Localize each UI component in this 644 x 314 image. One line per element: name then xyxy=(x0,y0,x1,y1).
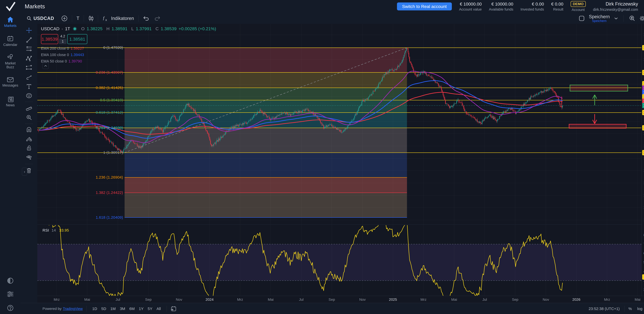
range-button-1d[interactable]: 1D xyxy=(90,305,99,312)
indicators-button[interactable]: fx Indikatoren xyxy=(102,15,134,21)
legend-interval: 1T xyxy=(65,26,70,31)
price-badge: 1.34930 xyxy=(642,125,644,131)
time-axis-label: Jul xyxy=(116,298,120,302)
sidebar-item-markets[interactable]: Markets xyxy=(0,16,20,28)
sidebar-item-news[interactable]: News xyxy=(0,96,20,107)
chart-plot-area[interactable]: USDCAD · 1T O1.38225 H1.38591 L1.37991 C… xyxy=(37,24,642,296)
time-axis-label: Sep xyxy=(512,298,518,302)
price-tick: 1.28000 xyxy=(644,168,644,172)
pane-divider[interactable] xyxy=(37,224,644,225)
price-tick: 1.46000 xyxy=(644,57,644,61)
bottom-bar: Powered by TradingView 1D5D1M3M6M1Y5YAll… xyxy=(20,303,644,314)
price-badge: 1.30917 xyxy=(642,150,644,155)
chart-type-button[interactable] xyxy=(88,15,94,21)
undo-icon[interactable] xyxy=(143,16,149,21)
log-scale-toggle[interactable]: log xyxy=(637,307,642,311)
buy-button[interactable]: 1.38581 xyxy=(67,34,87,44)
time-axis-label: Sep xyxy=(145,298,152,302)
magnet-tool-icon[interactable] xyxy=(26,127,32,133)
low-value: 1.37991 xyxy=(136,26,152,31)
spread-indicator: 4.2 1 xyxy=(59,34,66,44)
compare-add-button[interactable] xyxy=(61,15,68,21)
hide-drawings-eye-icon[interactable] xyxy=(26,154,32,160)
sidebar-item-messages[interactable]: Messages xyxy=(0,77,20,87)
projection-tool-icon[interactable] xyxy=(26,65,32,71)
sell-button[interactable]: 1.38539 xyxy=(41,34,58,44)
time-axis-label: Mrz xyxy=(420,298,426,302)
lock-all-icon[interactable] xyxy=(26,145,32,151)
ema-200-legend[interactable]: EMA 200 close 01.39227 xyxy=(41,46,216,50)
go-to-date-icon[interactable] xyxy=(170,306,176,312)
time-axis-label: 2024 xyxy=(206,298,214,302)
sidebar-item-calendar[interactable]: Calendar xyxy=(0,35,20,47)
rsi-tick: 40.00 xyxy=(644,270,644,274)
theme-toggle-icon[interactable] xyxy=(0,278,20,284)
redo-icon[interactable] xyxy=(154,16,160,21)
rsi-current-value: 33.95 xyxy=(59,228,69,232)
help-icon[interactable] xyxy=(0,305,20,311)
trend-line-tool-icon[interactable] xyxy=(26,37,32,43)
range-button-5y[interactable]: 5Y xyxy=(146,305,154,312)
time-axis-label: Sep xyxy=(328,298,335,302)
percent-scale-toggle[interactable]: % xyxy=(628,307,632,311)
range-button-6m[interactable]: 6M xyxy=(127,305,137,312)
switch-to-real-button[interactable]: Switch to Real account xyxy=(397,2,452,10)
measure-tool-icon[interactable] xyxy=(26,105,32,111)
powered-by-label: Powered by xyxy=(42,307,62,311)
sidebar-item-market-buzz[interactable]: Market Buzz xyxy=(0,54,20,69)
rsi-legend[interactable]: RSI 14 33.95 xyxy=(42,228,69,232)
spread-value: 4.2 xyxy=(60,34,65,38)
range-button-3m[interactable]: 3M xyxy=(118,305,127,312)
metric-account-value: € 10000.00Account value xyxy=(459,1,482,11)
rsi-tick: 80.00 xyxy=(644,233,644,237)
range-button-all[interactable]: All xyxy=(154,305,163,312)
tradingview-link[interactable]: TradingView xyxy=(63,307,83,311)
envelope-icon xyxy=(7,77,14,82)
time-axis-label: Mrz xyxy=(604,298,610,302)
metric-invested-funds: € 0.00Invested funds xyxy=(520,1,544,11)
rsi-tick: 60.00 xyxy=(644,251,644,255)
sidebar: Markets Calendar Market Buzz Messages Ne… xyxy=(0,13,21,314)
rsi-tick: 50.00 xyxy=(644,260,644,264)
ema-50-legend[interactable]: EMA 50 close 01.39790 xyxy=(41,59,216,63)
price-scale[interactable]: 1.500001.460001.380001.360001.340001.320… xyxy=(642,24,644,296)
zoom-in-tool-icon[interactable] xyxy=(26,114,32,120)
toolbar-expand-chevron[interactable]: › xyxy=(22,168,27,176)
price-tick: 1.30000 xyxy=(644,156,644,160)
lot-size[interactable]: 1 xyxy=(59,39,66,44)
price-badge: 1.38539 xyxy=(642,103,644,108)
symbol-search[interactable]: USDCAD xyxy=(26,16,54,21)
crosshair-tool-icon[interactable] xyxy=(26,27,32,33)
emoji-tool-icon[interactable] xyxy=(26,93,32,99)
brand-logo-icon[interactable] xyxy=(0,0,20,13)
save-button[interactable]: Speichern Speichern xyxy=(589,14,610,22)
pattern-tool-icon[interactable] xyxy=(26,55,32,61)
price-tick: 1.22000 xyxy=(644,206,644,210)
fib-retracement-tool-icon[interactable] xyxy=(26,46,32,52)
price-chart-canvas[interactable] xyxy=(37,24,642,296)
legend-collapse-chevron[interactable] xyxy=(42,63,49,69)
quick-search-icon[interactable] xyxy=(629,15,635,21)
ema-100-legend[interactable]: EMA 100 close 01.39443 xyxy=(41,53,216,57)
range-button-5d[interactable]: 5D xyxy=(99,305,108,312)
range-button-1m[interactable]: 1M xyxy=(108,305,118,312)
bubbles-icon xyxy=(7,54,14,60)
price-tick: 1.36000 xyxy=(644,119,644,123)
legend-symbol[interactable]: USDCAD xyxy=(41,26,60,31)
demo-account-badge: DEMO Account xyxy=(570,1,586,12)
price-badge: 1.43907 xyxy=(642,70,644,75)
header-account-panel: Switch to Real account € 10000.00Account… xyxy=(397,0,644,13)
price-tick: 1.24000 xyxy=(644,193,644,197)
text-tool-icon[interactable] xyxy=(26,83,32,89)
chevron-down-icon[interactable] xyxy=(614,17,618,20)
interval-button[interactable]: T xyxy=(76,16,79,21)
drawing-mode-lock-icon[interactable] xyxy=(26,136,32,142)
range-button-1y[interactable]: 1Y xyxy=(137,305,146,312)
save-layout-checkbox-icon[interactable] xyxy=(579,15,584,21)
time-axis[interactable]: MrzMaiJulSepNov2024MrzMaiJulSepNov2025Mr… xyxy=(37,296,644,303)
open-value: 1.38225 xyxy=(87,26,102,31)
brush-tool-icon[interactable] xyxy=(26,74,32,80)
gear-icon[interactable] xyxy=(639,15,644,21)
clock-timezone[interactable]: 23:52:38 (UTC+1) xyxy=(588,307,620,311)
preferences-sliders-icon[interactable] xyxy=(0,291,20,297)
